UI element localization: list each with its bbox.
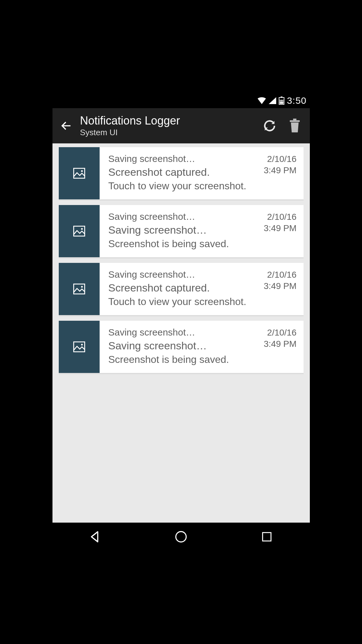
- refresh-button[interactable]: [257, 108, 282, 143]
- delete-button[interactable]: [282, 108, 307, 143]
- notification-body: Saving screenshot… Saving screenshot… Sc…: [100, 205, 304, 257]
- notification-subtitle: Screenshot captured.: [108, 166, 261, 178]
- nav-recent-button[interactable]: [248, 527, 286, 546]
- nav-back-button[interactable]: [76, 527, 114, 546]
- notification-timestamp: 2/10/16 3:49 PM: [261, 153, 296, 192]
- notification-date: 2/10/16: [264, 269, 296, 280]
- svg-rect-6: [74, 168, 85, 178]
- notification-item[interactable]: Saving screenshot… Saving screenshot… Sc…: [59, 321, 304, 374]
- svg-rect-10: [74, 284, 85, 294]
- notification-detail: Screenshot is being saved.: [108, 354, 261, 365]
- notification-text: Saving screenshot… Screenshot captured. …: [108, 269, 261, 308]
- notification-body: Saving screenshot… Screenshot captured. …: [100, 147, 304, 199]
- navigation-bar: [52, 523, 310, 551]
- svg-point-13: [81, 344, 83, 346]
- svg-rect-5: [290, 120, 300, 122]
- notification-item[interactable]: Saving screenshot… Screenshot captured. …: [59, 263, 304, 316]
- notification-list: Saving screenshot… Screenshot captured. …: [52, 143, 310, 523]
- notification-subtitle: Saving screenshot…: [108, 340, 261, 352]
- app-bar-titles: Notifications Logger System UI: [78, 114, 257, 138]
- notification-time: 3:49 PM: [264, 338, 296, 350]
- app-bar: Notifications Logger System UI: [52, 108, 310, 143]
- phone-frame: 69 3:50 Notifications Logger System UI S…: [52, 93, 310, 551]
- notification-thumbnail: [59, 205, 100, 257]
- notification-title: Saving screenshot…: [108, 269, 261, 280]
- notification-thumbnail: [59, 321, 100, 373]
- notification-detail: Touch to view your screenshot.: [108, 296, 261, 308]
- notification-text: Saving screenshot… Saving screenshot… Sc…: [108, 327, 261, 365]
- status-bar: 69 3:50: [52, 93, 310, 108]
- notification-detail: Touch to view your screenshot.: [108, 180, 261, 192]
- notification-subtitle: Screenshot captured.: [108, 282, 261, 294]
- status-time: 3:50: [287, 95, 306, 106]
- notification-body: Saving screenshot… Saving screenshot… Sc…: [100, 321, 304, 373]
- notification-title: Saving screenshot…: [108, 153, 261, 164]
- notification-date: 2/10/16: [264, 153, 296, 165]
- app-title: Notifications Logger: [80, 114, 257, 127]
- cell-signal-icon: [269, 97, 276, 104]
- notification-date: 2/10/16: [264, 211, 296, 223]
- notification-subtitle: Saving screenshot…: [108, 224, 261, 236]
- svg-rect-4: [293, 119, 296, 120]
- svg-point-7: [81, 170, 83, 172]
- notification-item[interactable]: Saving screenshot… Saving screenshot… Sc…: [59, 205, 304, 258]
- notification-text: Saving screenshot… Saving screenshot… Sc…: [108, 211, 261, 250]
- notification-title: Saving screenshot…: [108, 327, 261, 338]
- svg-point-14: [176, 532, 186, 542]
- notification-body: Saving screenshot… Screenshot captured. …: [100, 263, 304, 315]
- notification-timestamp: 2/10/16 3:49 PM: [261, 269, 296, 308]
- notification-text: Saving screenshot… Screenshot captured. …: [108, 153, 261, 192]
- wifi-icon: [257, 97, 266, 104]
- svg-point-11: [81, 286, 83, 288]
- notification-time: 3:49 PM: [264, 223, 296, 234]
- notification-time: 3:49 PM: [264, 280, 296, 292]
- app-subtitle: System UI: [80, 128, 257, 137]
- notification-thumbnail: [59, 263, 100, 315]
- notification-timestamp: 2/10/16 3:49 PM: [261, 327, 296, 365]
- battery-icon: 69: [279, 97, 284, 105]
- svg-text:69: 69: [280, 99, 284, 103]
- svg-rect-15: [263, 533, 271, 541]
- notification-title: Saving screenshot…: [108, 211, 261, 222]
- notification-detail: Screenshot is being saved.: [108, 238, 261, 250]
- notification-thumbnail: [59, 147, 100, 199]
- notification-item[interactable]: Saving screenshot… Screenshot captured. …: [59, 147, 304, 201]
- nav-home-button[interactable]: [162, 527, 200, 546]
- notification-timestamp: 2/10/16 3:49 PM: [261, 211, 296, 250]
- notification-date: 2/10/16: [264, 327, 296, 338]
- svg-rect-12: [74, 342, 85, 352]
- back-button[interactable]: [55, 108, 78, 143]
- svg-rect-8: [74, 226, 85, 236]
- svg-point-9: [81, 228, 83, 230]
- notification-time: 3:49 PM: [264, 165, 296, 176]
